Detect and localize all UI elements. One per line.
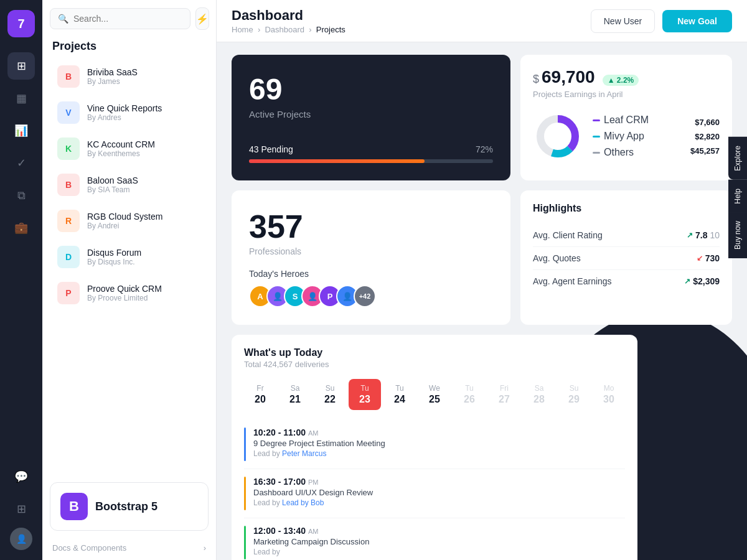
- day-item[interactable]: Tu23: [349, 379, 381, 410]
- project-by: By Andrei: [87, 222, 201, 230]
- project-item[interactable]: B Baloon SaaS By SIA Team: [47, 167, 211, 202]
- highlight-row: Avg. Client Rating ↗ 7.8 10: [533, 224, 720, 247]
- highlight-row: Avg. Agent Earnings ↗ $2,309: [533, 270, 720, 292]
- project-name: RGB Cloud System: [87, 212, 201, 222]
- nav-avatar[interactable]: 7: [7, 10, 35, 37]
- professionals-label: Professionals: [249, 246, 493, 256]
- trend-down-icon: ↙: [697, 254, 703, 263]
- day-label: Mo: [604, 384, 614, 393]
- topbar-actions: New User New Goal: [591, 9, 732, 33]
- nav-icon-chart[interactable]: 📊: [7, 117, 35, 144]
- earnings-label: Projects Earnings in April: [533, 90, 720, 99]
- nav-icon-apps[interactable]: ⊞: [7, 495, 35, 523]
- right-vtabs: ExploreHelpBuy now: [728, 137, 747, 258]
- nav-user-avatar[interactable]: 👤: [10, 528, 32, 550]
- highlight-row: Avg. Quotes ↙ 730: [533, 247, 720, 270]
- event-line: [244, 526, 246, 559]
- breadcrumb: Home › Dashboard › Projects: [232, 25, 591, 34]
- active-projects-label: Active Projects: [249, 109, 493, 119]
- legend-label: Others: [604, 147, 634, 158]
- day-item[interactable]: Su22: [314, 379, 346, 410]
- project-by: By Keenthemes: [87, 149, 201, 158]
- event-content: 10:20 - 11:00 AM 9 Degree Project Estima…: [253, 427, 625, 458]
- day-number: 28: [533, 394, 545, 405]
- project-item[interactable]: B Briviba SaaS By James: [47, 59, 211, 94]
- day-label: Fri: [500, 384, 509, 393]
- project-item[interactable]: V Vine Quick Reports By Andres: [47, 95, 211, 130]
- day-label: Tu: [465, 384, 474, 393]
- legend-label: Leaf CRM: [604, 114, 649, 126]
- whatsup-subtitle: Total 424,567 deliveries: [244, 360, 625, 369]
- day-number: 25: [429, 394, 440, 405]
- event-content: 12:00 - 13:40 AM Marketing Campaign Disc…: [253, 526, 625, 556]
- nav-icon-grid[interactable]: ▦: [7, 85, 35, 112]
- day-number: 27: [499, 394, 510, 405]
- right-vtab[interactable]: Buy now: [728, 212, 747, 258]
- project-icon: B: [57, 65, 80, 88]
- content-area: 69 Active Projects 43 Pending 72% $ 69,7…: [217, 42, 747, 560]
- main-wrapper: Dashboard Home › Dashboard › Projects Ne…: [217, 0, 747, 560]
- day-item[interactable]: Su29: [558, 379, 590, 410]
- highlight-value: ↗ $2,309: [684, 276, 720, 286]
- day-label: We: [429, 384, 440, 393]
- event-name: Marketing Campaign Discussion: [253, 537, 625, 546]
- project-item[interactable]: D Disqus Forum By Disqus Inc.: [47, 240, 211, 274]
- page-title: Dashboard: [232, 7, 591, 24]
- project-name: Briviba SaaS: [87, 67, 201, 77]
- day-item[interactable]: Tu24: [383, 379, 416, 410]
- row-3: What's up Today Total 424,567 deliveries…: [232, 335, 732, 560]
- project-info: Briviba SaaS By James: [87, 67, 201, 86]
- project-item[interactable]: K KC Account CRM By Keenthemes: [47, 131, 211, 166]
- progress-bar-bg: [249, 159, 493, 163]
- bootstrap-label: Bootstrap 5: [95, 500, 157, 513]
- legend-item: Leaf CRM: [593, 114, 680, 126]
- day-item[interactable]: Tu26: [453, 379, 486, 410]
- day-label: Tu: [395, 384, 404, 393]
- nav-icon-brief[interactable]: 💼: [7, 214, 35, 241]
- active-projects-card: 69 Active Projects 43 Pending 72%: [232, 55, 510, 180]
- nav-icon-layers[interactable]: ⧉: [7, 182, 35, 209]
- topbar: Dashboard Home › Dashboard › Projects Ne…: [217, 0, 747, 42]
- topbar-title-area: Dashboard Home › Dashboard › Projects: [232, 7, 591, 34]
- highlights-title: Highlights: [533, 203, 720, 214]
- day-number: 26: [464, 394, 475, 405]
- day-item[interactable]: Sa21: [279, 379, 311, 410]
- nav-icon-check[interactable]: ✓: [7, 149, 35, 177]
- pending-percent: 72%: [476, 144, 493, 154]
- day-item[interactable]: Mo30: [593, 379, 625, 410]
- day-item[interactable]: Fr20: [244, 379, 276, 410]
- new-user-button[interactable]: New User: [591, 9, 655, 33]
- project-icon: P: [57, 282, 80, 304]
- new-goal-button[interactable]: New Goal: [662, 10, 732, 32]
- project-name: Proove Quick CRM: [87, 284, 201, 294]
- pending-label: 43 Pending: [249, 144, 293, 154]
- event-lead-link[interactable]: Peter Marcus: [282, 449, 326, 458]
- project-name: Disqus Forum: [87, 248, 201, 258]
- event-lead-link[interactable]: Lead by Bob: [282, 498, 324, 507]
- nav-icon-chat[interactable]: 💬: [7, 463, 35, 490]
- left-nav: 7 ⊞ ▦ 📊 ✓ ⧉ 💼 💬 ⊞ 👤: [0, 0, 42, 560]
- project-info: Vine Quick Reports By Andres: [87, 103, 201, 122]
- search-input[interactable]: [73, 14, 182, 24]
- project-by: By Proove Limited: [87, 294, 201, 302]
- right-vtab[interactable]: Explore: [728, 137, 747, 180]
- project-item[interactable]: R RGB Cloud System By Andrei: [47, 203, 211, 238]
- whatsup-card: What's up Today Total 424,567 deliveries…: [232, 335, 637, 560]
- project-list: B Briviba SaaS By James V Vine Quick Rep…: [42, 58, 216, 475]
- day-label: Sa: [291, 384, 300, 393]
- project-item[interactable]: P Proove Quick CRM By Proove Limited: [47, 276, 211, 310]
- day-item[interactable]: Sa28: [523, 379, 555, 410]
- day-item[interactable]: Fri27: [488, 379, 520, 410]
- nav-icon-home[interactable]: ⊞: [7, 52, 35, 80]
- sidebar-docs[interactable]: Docs & Components ›: [42, 538, 216, 560]
- event-time: 16:30 - 17:00 PM: [253, 477, 625, 487]
- filter-button[interactable]: ⚡: [195, 7, 209, 30]
- right-vtab[interactable]: Help: [728, 180, 747, 213]
- event-content: 16:30 - 17:00 PM Dashboard UI/UX Design …: [253, 477, 625, 507]
- highlight-key: Avg. Client Rating: [533, 230, 603, 240]
- day-number: 22: [324, 394, 336, 405]
- highlight-value: ↙ 730: [697, 253, 720, 263]
- event-lead: Lead by: [253, 548, 625, 556]
- day-item[interactable]: We25: [418, 379, 451, 410]
- day-number: 24: [394, 394, 405, 405]
